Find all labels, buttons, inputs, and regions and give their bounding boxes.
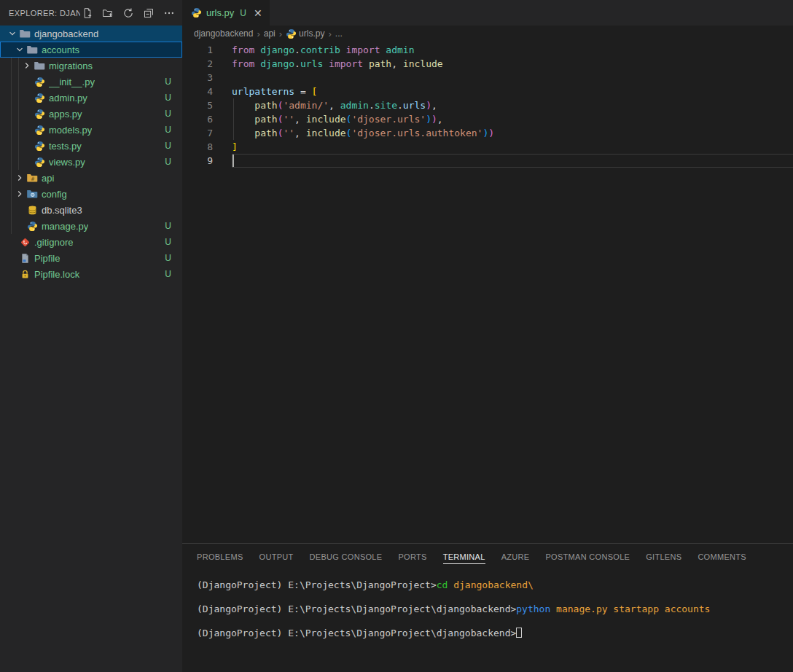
- code-line-9[interactable]: 9: [182, 154, 793, 168]
- code-line-6[interactable]: 6 path('', include('djoser.urls')),: [182, 112, 793, 126]
- indent-guide: [233, 112, 234, 126]
- breadcrumb-symbol-tail[interactable]: ...: [335, 28, 343, 39]
- tree-item-label: views.py: [49, 157, 85, 168]
- code-line-3[interactable]: 3: [182, 71, 793, 85]
- svg-text:#: #: [31, 176, 35, 182]
- collapse-all-icon[interactable]: [141, 6, 156, 20]
- token: [232, 128, 254, 138]
- indent-guide: [233, 126, 234, 140]
- tree-item-views-py[interactable]: views.pyU: [0, 154, 182, 170]
- terminal[interactable]: (DjangoProject) E:\Projects\DjangoProjec…: [182, 570, 793, 672]
- tree-item-db-sqlite3[interactable]: db.sqlite3: [0, 202, 182, 218]
- tree-item-admin-py[interactable]: admin.pyU: [0, 90, 182, 106]
- terminal-token: cd: [437, 579, 448, 590]
- tree-item-models-py[interactable]: models.pyU: [0, 122, 182, 138]
- code-editor[interactable]: 1from django.contrib import admin2from d…: [182, 42, 793, 543]
- panel-tab-output[interactable]: OUTPUT: [259, 550, 294, 563]
- token: include: [306, 114, 346, 125]
- python-icon: [34, 124, 45, 136]
- panel-tab-terminal[interactable]: TERMINAL: [443, 550, 485, 564]
- indent-guide: [233, 98, 234, 112]
- tree-item-label: djangobackend: [34, 28, 98, 39]
- tree-item-label: Pipfile.lock: [34, 269, 79, 280]
- tree-item--gitignore[interactable]: .gitignoreU: [0, 234, 182, 250]
- tree-item-djangobackend[interactable]: djangobackend: [0, 26, 182, 42]
- terminal-token: (DjangoProject) E:\Projects\DjangoProjec…: [197, 579, 437, 590]
- terminal-cursor: [516, 628, 522, 638]
- token: path: [254, 100, 277, 111]
- git-untracked-badge: U: [165, 141, 182, 151]
- tree-item--init-py[interactable]: __init__.pyU: [0, 74, 182, 90]
- refresh-icon[interactable]: [121, 6, 136, 20]
- breadcrumb-item-urls-py[interactable]: urls.py: [286, 28, 324, 39]
- panel-tab-comments[interactable]: COMMENTS: [698, 550, 746, 563]
- chevron-right-icon: [13, 188, 26, 200]
- code-line-2[interactable]: 2from django.urls import path, include: [182, 57, 793, 71]
- terminal-token: (DjangoProject) E:\Projects\DjangoProjec…: [197, 628, 516, 638]
- terminal-token: (DjangoProject) E:\Projects\DjangoProjec…: [197, 603, 516, 614]
- new-folder-icon[interactable]: [101, 6, 115, 20]
- token: .: [397, 100, 403, 111]
- panel-tab-azure[interactable]: AZURE: [501, 550, 530, 563]
- tree-item-apps-py[interactable]: apps.pyU: [0, 106, 182, 122]
- git-untracked-badge: U: [165, 237, 182, 247]
- line-number: 8: [182, 140, 213, 154]
- panel-tab-ports[interactable]: PORTS: [398, 550, 426, 563]
- code-text: path('admin/', admin.site.urls),: [232, 98, 793, 112]
- close-icon[interactable]: ✕: [254, 8, 262, 18]
- git-untracked-badge: U: [165, 93, 182, 103]
- code-line-1[interactable]: 1from django.contrib import admin: [182, 43, 793, 57]
- chevron-down-icon: [13, 44, 26, 55]
- breadcrumb-item-djangobackend[interactable]: djangobackend: [194, 28, 253, 39]
- token: contrib: [300, 44, 340, 55]
- line-number: 2: [182, 57, 213, 71]
- panel-tab-gitlens[interactable]: GITLENS: [646, 550, 681, 563]
- folder-api-icon: #: [26, 172, 38, 184]
- git-icon: [19, 236, 31, 248]
- lock-icon: [19, 268, 31, 280]
- pipfile-icon: [19, 252, 31, 264]
- vscode-window: EXPLORER: DJAN... djangobackendaccountsm…: [0, 0, 793, 672]
- new-file-icon[interactable]: [80, 6, 95, 20]
- tree-item-pipfile-lock[interactable]: Pipfile.lockU: [0, 266, 182, 282]
- explorer-sidebar: EXPLORER: DJAN... djangobackendaccountsm…: [0, 0, 182, 672]
- python-icon: [34, 140, 45, 152]
- tree-item-tests-py[interactable]: tests.pyU: [0, 138, 182, 154]
- panel-tab-postman-console[interactable]: POSTMAN CONSOLE: [545, 550, 630, 563]
- chevron-down-icon: [6, 28, 19, 39]
- git-untracked-badge: U: [165, 109, 182, 119]
- token: ): [426, 100, 431, 111]
- tab-git-badge: U: [240, 8, 246, 18]
- folder-icon: [19, 28, 31, 39]
- code-line-4[interactable]: 4urlpatterns = [: [182, 85, 793, 98]
- file-tree: djangobackendaccountsmigrations__init__.…: [0, 26, 182, 672]
- code-line-8[interactable]: 8]: [182, 140, 793, 154]
- tree-item-config[interactable]: config: [0, 186, 182, 202]
- git-untracked-badge: U: [165, 157, 182, 167]
- token: [: [312, 86, 318, 97]
- token: ,: [431, 100, 437, 111]
- code-line-7[interactable]: 7 path('', include('djoser.urls.authtoke…: [182, 126, 793, 140]
- tree-item-pipfile[interactable]: PipfileU: [0, 250, 182, 266]
- tree-item-label: tests.py: [49, 141, 82, 152]
- token: .: [294, 44, 300, 55]
- tab-urls-py[interactable]: urls.py U ✕: [182, 0, 270, 26]
- tree-item-label: migrations: [49, 60, 93, 71]
- token: ,: [294, 128, 306, 138]
- terminal-token: manage.py startapp accounts: [550, 603, 710, 614]
- tree-item-label: api: [42, 173, 54, 184]
- panel-tab-problems[interactable]: PROBLEMS: [197, 550, 243, 563]
- tree-item-migrations[interactable]: migrations: [0, 58, 182, 74]
- token: .: [294, 58, 300, 69]
- code-line-5[interactable]: 5 path('admin/', admin.site.urls),: [182, 98, 793, 112]
- breadcrumb-item-api[interactable]: api: [264, 28, 276, 39]
- tree-item-manage-py[interactable]: manage.pyU: [0, 218, 182, 234]
- tree-item-api[interactable]: #api: [0, 170, 182, 186]
- panel-tab-debug-console[interactable]: DEBUG CONSOLE: [310, 550, 383, 563]
- chevron-right-icon: ›: [279, 28, 282, 39]
- token: from: [232, 44, 260, 55]
- chevron-right-icon: ›: [328, 28, 331, 39]
- tree-item-accounts[interactable]: accounts: [0, 42, 182, 58]
- tree-item-label: __init__.py: [49, 77, 95, 87]
- more-actions-icon[interactable]: [162, 6, 176, 20]
